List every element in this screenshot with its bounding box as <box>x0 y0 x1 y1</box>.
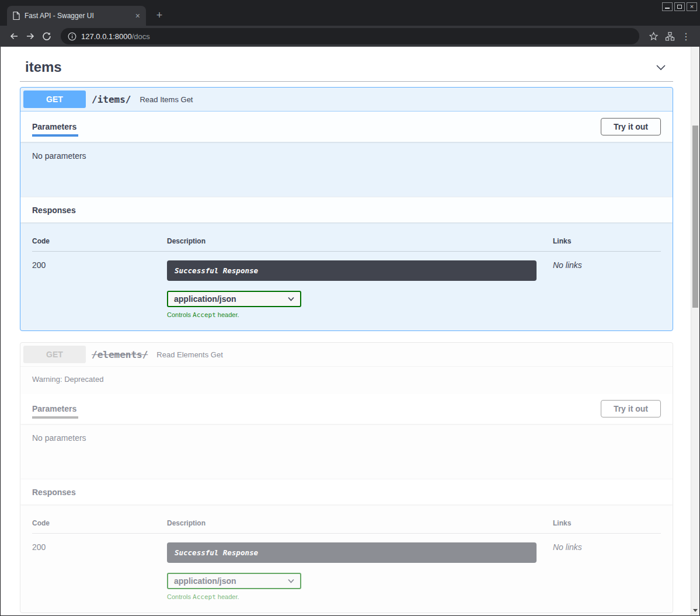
opblock-get-elements-deprecated: GET /elements/ Read Elements Get Warning… <box>20 342 673 613</box>
titlebar: × Fast API - Swagger UI × + <box>0 0 700 26</box>
window-controls: × <box>662 2 697 11</box>
accept-note-suffix: header. <box>216 593 239 600</box>
accept-header-note: Controls Accept header. <box>167 593 553 601</box>
response-description: Successful Response <box>167 260 537 281</box>
op-summary-text: Read Elements Get <box>156 350 222 359</box>
url-path: /docs <box>132 32 150 41</box>
code-header: Code <box>32 519 167 527</box>
reload-icon[interactable] <box>39 28 55 44</box>
responses-table-header: Code Description Links <box>32 237 661 252</box>
method-badge: GET <box>23 346 86 363</box>
responses-table-header: Code Description Links <box>32 519 661 534</box>
page-content: items GET /items/ Read Items Get Paramet… <box>1 47 699 615</box>
tab-title: Fast API - Swagger UI <box>25 12 131 20</box>
media-type-selected: application/json <box>174 576 236 586</box>
minimize-button[interactable] <box>662 2 673 11</box>
swagger-ui: items GET /items/ Read Items Get Paramet… <box>1 47 699 615</box>
tag-title: items <box>25 59 62 75</box>
page-icon <box>13 12 20 20</box>
deprecated-warning: Warning: Deprecated <box>20 367 673 394</box>
opblock-summary[interactable]: GET /items/ Read Items Get <box>20 88 673 112</box>
response-links: No links <box>553 260 661 319</box>
accept-note-prefix: Controls <box>167 311 193 318</box>
try-it-out-button[interactable]: Try it out <box>601 400 661 417</box>
address-bar[interactable]: 127.0.0.1:8000/docs <box>61 28 639 44</box>
site-info-icon[interactable] <box>68 32 76 41</box>
chevron-down-icon <box>288 579 294 583</box>
accept-note-suffix: header. <box>216 311 239 318</box>
op-path: /elements/ <box>92 349 148 360</box>
description-header: Description <box>167 237 553 245</box>
responses-title: Responses <box>32 488 76 497</box>
media-type-selected: application/json <box>174 294 236 304</box>
scrollbar-thumb[interactable] <box>692 126 698 308</box>
menu-kebab-icon[interactable]: ⋮ <box>678 28 694 44</box>
url-text: 127.0.0.1:8000/docs <box>81 32 150 41</box>
responses-header: Responses <box>20 479 673 504</box>
new-tab-button[interactable]: + <box>153 9 166 22</box>
code-header: Code <box>32 237 167 245</box>
no-parameters-text: No parameters <box>20 142 673 197</box>
media-type-select[interactable]: application/json <box>167 291 301 307</box>
tab-close-icon[interactable]: × <box>135 12 140 20</box>
maximize-button[interactable] <box>674 2 685 11</box>
forward-icon[interactable] <box>22 28 39 44</box>
response-description-cell: Successful Response application/json Con… <box>167 542 553 601</box>
browser-toolbar: 127.0.0.1:8000/docs ⋮ <box>0 26 700 47</box>
scrollbar-down-arrow[interactable] <box>691 607 699 614</box>
response-links: No links <box>553 542 661 601</box>
no-parameters-text: No parameters <box>20 424 673 479</box>
back-icon[interactable] <box>6 28 22 44</box>
parameters-header: Parameters Try it out <box>20 112 673 142</box>
vertical-scrollbar[interactable] <box>691 47 699 615</box>
sitemap-icon[interactable] <box>661 28 678 44</box>
parameters-title: Parameters <box>32 122 76 131</box>
response-description-cell: Successful Response application/json Con… <box>167 260 553 319</box>
response-row-200: 200 Successful Response application/json… <box>32 252 661 319</box>
response-code: 200 <box>32 542 167 601</box>
responses-title: Responses <box>32 206 76 215</box>
links-header: Links <box>553 519 661 527</box>
responses-table: Code Description Links 200 Successful Re… <box>20 222 673 330</box>
op-summary-text: Read Items Get <box>140 95 193 104</box>
accept-note-code: Accept <box>193 593 216 601</box>
op-path: /items/ <box>92 94 131 105</box>
url-host: 127.0.0.1:8000 <box>81 32 132 41</box>
response-description: Successful Response <box>167 542 537 563</box>
responses-table: Code Description Links 200 Successful Re… <box>20 504 673 612</box>
chevron-down-icon[interactable] <box>654 61 667 74</box>
response-code: 200 <box>32 260 167 319</box>
parameters-header: Parameters Try it out <box>20 394 673 424</box>
opblock-get-items: GET /items/ Read Items Get Parameters Tr… <box>20 87 673 331</box>
accept-note-code: Accept <box>193 311 216 319</box>
chevron-down-icon <box>288 297 294 301</box>
links-header: Links <box>553 237 661 245</box>
accept-header-note: Controls Accept header. <box>167 311 553 319</box>
browser-tab[interactable]: Fast API - Swagger UI × <box>7 6 146 26</box>
tag-section-header[interactable]: items <box>20 59 673 82</box>
close-button[interactable]: × <box>687 2 697 11</box>
opblock-summary[interactable]: GET /elements/ Read Elements Get <box>20 343 673 367</box>
accept-note-prefix: Controls <box>167 593 193 600</box>
browser-window: × Fast API - Swagger UI × + 127.0.0.1:80… <box>0 0 700 616</box>
description-header: Description <box>167 519 553 527</box>
try-it-out-button[interactable]: Try it out <box>601 118 661 135</box>
response-row-200: 200 Successful Response application/json… <box>32 534 661 601</box>
parameters-title: Parameters <box>32 404 76 413</box>
method-badge: GET <box>23 91 86 108</box>
bookmark-star-icon[interactable] <box>645 28 661 44</box>
media-type-select[interactable]: application/json <box>167 573 301 589</box>
responses-header: Responses <box>20 197 673 222</box>
